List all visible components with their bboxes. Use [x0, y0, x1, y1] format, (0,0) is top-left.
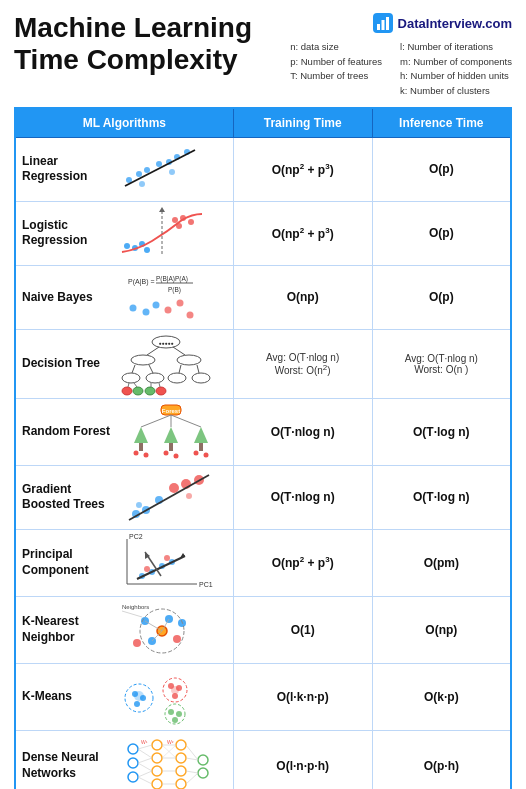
algo-name: PrincipalComponent: [22, 547, 92, 578]
svg-point-32: [176, 299, 183, 306]
svg-line-141: [138, 749, 152, 758]
svg-line-55: [159, 383, 160, 387]
svg-text:W¹: W¹: [141, 739, 148, 745]
svg-line-142: [138, 758, 152, 763]
svg-point-68: [144, 452, 149, 457]
svg-marker-62: [164, 427, 178, 443]
page-header: Machine LearningTime Complexity DataInte…: [14, 12, 512, 99]
svg-marker-63: [194, 427, 208, 443]
svg-text:PC2: PC2: [129, 533, 143, 540]
svg-point-5: [136, 171, 142, 177]
training-complexity: O(np2 + p3): [233, 201, 372, 265]
svg-point-69: [164, 450, 169, 455]
svg-point-6: [144, 167, 150, 173]
svg-point-36: [131, 355, 155, 365]
svg-point-131: [152, 753, 162, 763]
random-forest-diagram: Forest: [116, 403, 227, 461]
svg-point-31: [164, 306, 171, 313]
svg-point-91: [164, 555, 170, 561]
pca-diagram: PC1 PC2: [98, 534, 227, 592]
svg-point-40: [122, 373, 140, 383]
svg-rect-65: [169, 443, 173, 451]
training-complexity: O(1): [233, 596, 372, 663]
svg-line-108: [122, 611, 142, 617]
svg-rect-2: [381, 20, 384, 30]
algo-name: K-NearestNeighbor: [22, 614, 92, 645]
svg-line-39: [173, 347, 185, 355]
training-complexity: O(l·k·n·p): [233, 663, 372, 730]
svg-point-132: [152, 766, 162, 776]
svg-text:W²: W²: [167, 739, 174, 745]
table-row: GradientBoosted Trees: [15, 465, 511, 529]
svg-line-144: [138, 771, 152, 777]
svg-line-145: [138, 777, 152, 784]
svg-line-46: [179, 365, 181, 373]
page-title: Machine LearningTime Complexity: [14, 12, 290, 76]
algo-name: LinearRegression: [22, 154, 92, 185]
svg-point-37: [177, 355, 201, 365]
svg-point-100: [173, 635, 181, 643]
svg-point-127: [128, 744, 138, 754]
col-header-training: Training Time: [233, 108, 372, 138]
svg-point-122: [172, 717, 178, 723]
table-row: LogisticRegression: [15, 201, 511, 265]
svg-point-33: [186, 311, 193, 318]
svg-point-120: [168, 709, 174, 715]
inference-complexity: O(np): [372, 596, 511, 663]
logistic-regression-diagram: [98, 206, 227, 261]
decision-tree-diagram: ●●●●●: [106, 334, 227, 394]
table-row: Naive Bayes P(A|B) = P(B|A)P(A) P(B): [15, 265, 511, 329]
svg-point-50: [145, 387, 155, 395]
svg-point-51: [156, 387, 166, 395]
algo-name: LogisticRegression: [22, 218, 92, 249]
inference-complexity: O(pm): [372, 529, 511, 596]
brand-icon: [372, 12, 394, 34]
algo-name: GradientBoosted Trees: [22, 482, 105, 513]
svg-point-130: [152, 740, 162, 750]
table-row: Dense NeuralNetworks Input (I) Hidden (H…: [15, 730, 511, 789]
svg-line-155: [186, 773, 198, 784]
svg-point-11: [139, 181, 145, 187]
svg-text:●●●●●: ●●●●●: [159, 340, 174, 346]
svg-point-17: [144, 247, 150, 253]
svg-point-14: [124, 243, 130, 249]
table-row: Decision Tree ●●●●●: [15, 329, 511, 398]
brand-logo: DataInterview.com: [372, 12, 512, 34]
training-complexity: O(np2 + p3): [233, 137, 372, 201]
training-complexity: O(T·nlog n): [233, 465, 372, 529]
svg-point-79: [136, 502, 142, 508]
svg-point-133: [152, 779, 162, 789]
algo-name: K-Means: [22, 689, 92, 705]
neural-network-diagram: Input (I) Hidden (H) Hidden (H) Output (…: [105, 735, 227, 789]
svg-point-113: [134, 691, 144, 701]
svg-text:P(A|B) =: P(A|B) =: [128, 278, 155, 286]
svg-point-71: [194, 450, 199, 455]
svg-point-67: [134, 450, 139, 455]
algo-name: Random Forest: [22, 424, 110, 440]
svg-line-44: [132, 365, 135, 373]
svg-point-135: [176, 753, 186, 763]
table-row: LinearRegression: [15, 137, 511, 201]
svg-line-60: [171, 415, 201, 427]
inference-complexity: O(p): [372, 265, 511, 329]
svg-point-76: [169, 483, 179, 493]
training-complexity: O(np2 + p3): [233, 529, 372, 596]
svg-text:P(B): P(B): [168, 286, 181, 294]
svg-marker-23: [159, 207, 165, 212]
table-row: PrincipalComponent PC1 PC2: [15, 529, 511, 596]
svg-marker-61: [134, 427, 148, 443]
inference-complexity: O(p): [372, 201, 511, 265]
svg-point-29: [142, 308, 149, 315]
svg-text:Forest: Forest: [162, 408, 180, 414]
linear-regression-diagram: [98, 142, 227, 197]
svg-line-13: [125, 150, 195, 186]
algo-name: Naive Bayes: [22, 290, 93, 306]
brand-name: DataInterview.com: [398, 16, 512, 31]
svg-point-139: [198, 768, 208, 778]
svg-point-12: [169, 169, 175, 175]
training-complexity: Avg: O(T·nlog n) Worst: O(n2): [233, 329, 372, 398]
svg-rect-66: [199, 443, 203, 451]
svg-point-30: [152, 301, 159, 308]
svg-point-18: [172, 217, 178, 223]
svg-point-134: [176, 740, 186, 750]
